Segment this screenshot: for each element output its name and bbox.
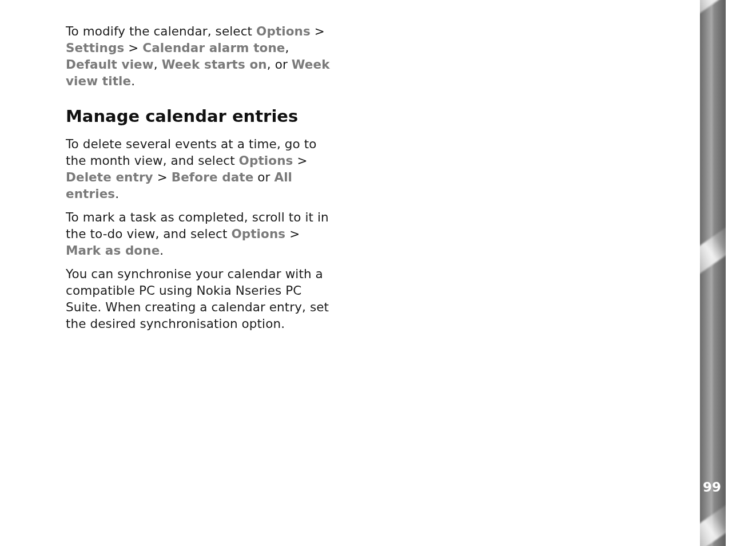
menu-path-settings: Settings — [66, 41, 124, 55]
content-column: To modify the calendar, select Options >… — [66, 23, 332, 339]
menu-separator: > — [153, 170, 172, 184]
side-tab-bar — [700, 0, 726, 546]
text-fragment: , — [154, 57, 162, 72]
menu-option-alarm-tone: Calendar alarm tone — [142, 41, 285, 55]
menu-separator: > — [311, 24, 325, 38]
text-fragment: . — [115, 187, 119, 201]
menu-option-default-view: Default view — [66, 57, 154, 72]
page-number: 99 — [703, 480, 721, 494]
paragraph-delete-events: To delete several events at a time, go t… — [66, 136, 332, 202]
menu-path-options: Options — [231, 227, 285, 241]
menu-separator: > — [124, 41, 142, 55]
paragraph-mark-done: To mark a task as completed, scroll to i… — [66, 209, 332, 259]
menu-option-week-starts: Week starts on — [162, 57, 267, 72]
heading-manage-entries: Manage calendar entries — [66, 105, 332, 128]
text-fragment: To modify the calendar, select — [66, 24, 256, 38]
menu-option-before-date: Before date — [172, 170, 254, 184]
paragraph-sync: You can synchronise your calendar with a… — [66, 266, 332, 332]
menu-separator: > — [293, 153, 308, 168]
menu-path-options: Options — [239, 153, 293, 168]
menu-path-options: Options — [256, 24, 311, 38]
text-fragment: , or — [267, 57, 292, 72]
side-tab: Time management 99 — [685, 0, 730, 546]
text-fragment: or — [253, 170, 274, 184]
text-fragment: . — [131, 74, 135, 88]
menu-path-delete-entry: Delete entry — [66, 170, 153, 184]
menu-option-mark-done: Mark as done — [66, 243, 160, 258]
menu-separator: > — [285, 227, 300, 241]
text-fragment: , — [285, 41, 289, 55]
page-root: To modify the calendar, select Options >… — [0, 0, 756, 546]
text-fragment: . — [160, 243, 164, 258]
paragraph-modify-calendar: To modify the calendar, select Options >… — [66, 23, 332, 89]
